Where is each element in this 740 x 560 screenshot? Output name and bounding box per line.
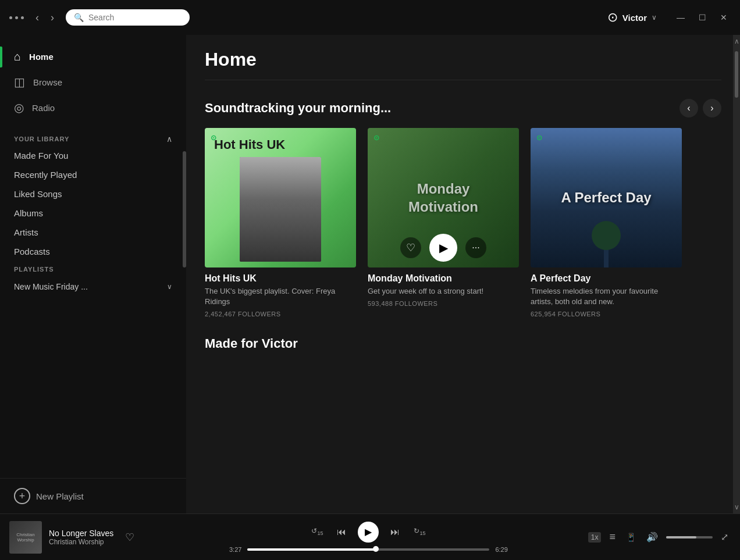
rewind-button[interactable]: ↺15 (309, 525, 325, 538)
sidebar-link-made-for-you[interactable]: Made For You (0, 146, 186, 165)
progress-fill (247, 548, 375, 551)
sidebar-link-recently-played[interactable]: Recently Played (0, 165, 186, 184)
current-time: 3:27 (223, 546, 241, 553)
card-title: Hot Hits UK (205, 273, 356, 284)
sidebar-nav: ⌂ Home ◫ Browse ◎ Radio (0, 35, 186, 125)
player-controls: ↺15 ⏮ ▶ ⏭ ↻15 3:27 6:29 (156, 522, 581, 553)
track-name: No Longer Slaves (49, 529, 113, 538)
browse-icon: ◫ (14, 75, 25, 89)
playlist-name: New Music Friday ... (14, 282, 88, 291)
card-monday-motivation[interactable]: ⊙ MondayMotivation ♡ ▶ ··· Monday Motiva… (368, 128, 519, 318)
card-description: The UK's biggest playlist. Cover: Freya … (205, 286, 356, 307)
album-art: Christian Worship (9, 521, 42, 554)
sidebar-link-liked-songs[interactable]: Liked Songs (0, 184, 186, 204)
title-bar: ‹ › 🔍 ⊙ Victor ∨ — ☐ ✕ (0, 0, 740, 35)
play-pause-button[interactable]: ▶ (358, 522, 379, 543)
track-info: No Longer Slaves Christian Worship (49, 529, 113, 546)
sidebar-item-radio[interactable]: ◎ Radio (0, 95, 186, 120)
card-description: Get your week off to a strong start! (368, 286, 519, 297)
progress-row: 3:27 6:29 (223, 546, 514, 553)
player-bar: Christian Worship No Longer Slaves Chris… (0, 513, 740, 560)
progress-bar[interactable] (247, 548, 489, 551)
section-prev-button[interactable]: ‹ (679, 99, 698, 117)
library-header: YOUR LIBRARY ∧ (0, 125, 186, 146)
heart-button[interactable]: ♡ (125, 531, 134, 544)
card-image: ⊙ MondayMotivation ♡ ▶ ··· (368, 128, 519, 267)
volume-button[interactable]: 🔊 (644, 529, 660, 545)
radio-icon: ◎ (14, 101, 24, 115)
list-item[interactable]: New Music Friday ... ∨ (14, 277, 172, 296)
now-playing: Christian Worship No Longer Slaves Chris… (9, 521, 149, 554)
volume-bar[interactable] (666, 536, 713, 538)
new-playlist-button[interactable]: + New Playlist (0, 478, 186, 513)
main-content: Home Soundtracking your morning... ‹ › ⊙… (186, 35, 740, 513)
control-buttons: ↺15 ⏮ ▶ ⏭ ↻15 (309, 522, 428, 543)
search-bar[interactable]: 🔍 (66, 9, 190, 26)
card-image: ⊙ Hot Hits UK (205, 128, 356, 267)
user-icon: ⊙ (607, 10, 618, 25)
playlists-title: PLAYLISTS (14, 266, 172, 273)
sidebar-link-albums[interactable]: Albums (0, 204, 186, 223)
menu-dots[interactable] (9, 16, 24, 19)
soundtracking-section: Soundtracking your morning... ‹ › ⊙ Hot … (186, 94, 740, 331)
user-name: Victor (622, 13, 647, 23)
page-title: Home (205, 49, 721, 70)
scrollbar-thumb[interactable] (735, 51, 738, 98)
play-button[interactable]: ▶ (429, 234, 457, 262)
app-body: ⌂ Home ◫ Browse ◎ Radio YOUR LIBRARY (0, 35, 740, 513)
sidebar-item-label: Radio (32, 103, 55, 113)
forward-button[interactable]: › (46, 9, 59, 26)
scrollbar-track[interactable]: ∧ ∨ (733, 35, 740, 513)
card-followers: 625,954 FOLLOWERS (531, 311, 682, 318)
back-button[interactable]: ‹ (31, 9, 44, 26)
track-artist: Christian Worship (49, 538, 113, 546)
card-title: Monday Motivation (368, 273, 519, 284)
close-button[interactable]: ✕ (717, 12, 731, 23)
minimize-button[interactable]: — (673, 12, 688, 23)
more-button[interactable]: ··· (465, 237, 486, 258)
maximize-button[interactable]: ☐ (695, 12, 710, 23)
divider (205, 80, 721, 80)
sidebar-item-label: Home (29, 52, 54, 62)
section-next-button[interactable]: › (703, 99, 721, 117)
prev-button[interactable]: ⏮ (335, 525, 348, 540)
section-header: Soundtracking your morning... ‹ › (205, 99, 721, 117)
sidebar-link-artists[interactable]: Artists (0, 223, 186, 242)
cards-row: ⊙ Hot Hits UK Hot Hits UK The UK's bigge… (205, 128, 721, 318)
expand-button[interactable]: ⤢ (718, 529, 731, 545)
device-button[interactable]: 📱 (624, 530, 638, 544)
section-title: Soundtracking your morning... (205, 101, 391, 116)
card-image: ⊙ A Perfect Day (531, 128, 682, 267)
album-art-label: Christian Worship (9, 530, 42, 545)
forward-button[interactable]: ↻15 (411, 525, 428, 538)
made-for-section: Made for Victor (186, 331, 740, 351)
search-input[interactable] (88, 13, 182, 22)
hot-hits-title-overlay: Hot Hits UK (214, 137, 285, 152)
sidebar: ⌂ Home ◫ Browse ◎ Radio YOUR LIBRARY (0, 35, 186, 513)
sidebar-link-podcasts[interactable]: Podcasts (0, 242, 186, 261)
speed-label[interactable]: 1x (588, 532, 602, 543)
made-for-title: Made for Victor (205, 336, 721, 351)
love-button[interactable]: ♡ (400, 237, 421, 258)
scrollbar-up-button[interactable]: ∧ (733, 36, 741, 47)
nav-arrows: ‹ › (31, 9, 59, 26)
next-button[interactable]: ⏭ (388, 525, 402, 540)
playlists-section: PLAYLISTS New Music Friday ... ∨ (0, 261, 186, 298)
right-controls: 1x ≡ 📱 🔊 ⤢ (588, 529, 731, 545)
plus-icon: + (14, 488, 30, 504)
monday-title-overlay: MondayMotivation (408, 180, 478, 216)
scrollbar-down-button[interactable]: ∨ (733, 502, 741, 512)
queue-button[interactable]: ≡ (607, 529, 618, 545)
card-a-perfect-day[interactable]: ⊙ A Perfect Day A Perfect Day Timeless m… (531, 128, 682, 318)
card-followers: 593,488 FOLLOWERS (368, 300, 519, 307)
chevron-down-icon: ∨ (652, 13, 657, 22)
card-followers: 2,452,467 FOLLOWERS (205, 311, 356, 318)
sidebar-item-browse[interactable]: ◫ Browse (0, 69, 186, 95)
card-hot-hits-uk[interactable]: ⊙ Hot Hits UK Hot Hits UK The UK's bigge… (205, 128, 356, 318)
library-title: YOUR LIBRARY (14, 135, 69, 142)
library-collapse-icon[interactable]: ∧ (166, 134, 172, 144)
content-header: Home (186, 35, 740, 94)
sidebar-item-home[interactable]: ⌂ Home (0, 44, 186, 69)
user-menu[interactable]: ⊙ Victor ∨ (607, 10, 657, 25)
search-icon: 🔍 (74, 13, 84, 22)
